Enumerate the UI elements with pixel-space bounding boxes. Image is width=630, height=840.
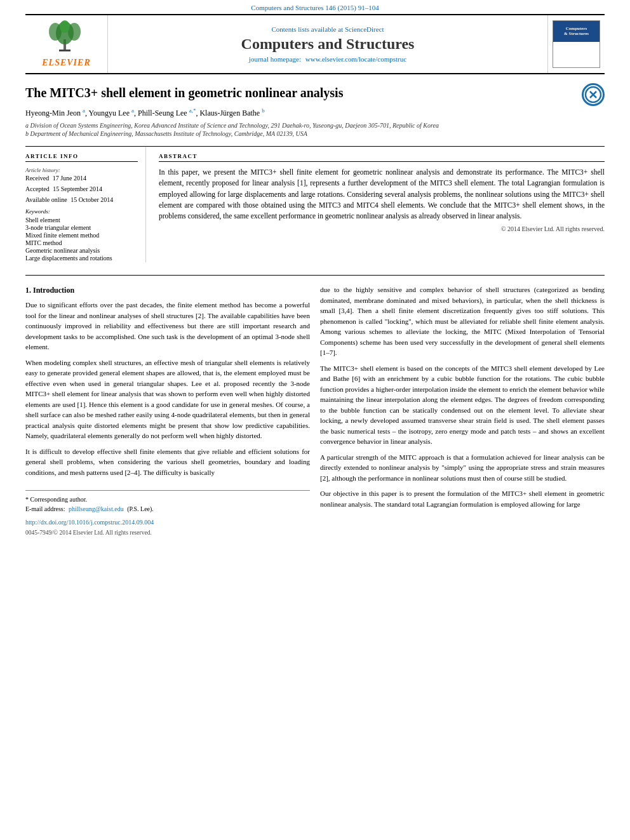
email-label: E-mail address:	[25, 505, 65, 512]
sup-a1: a	[83, 107, 85, 114]
section1r-para3: A particular strength of the MITC approa…	[320, 452, 605, 484]
copyright-line: © 2014 Elsevier Ltd. All rights reserved…	[159, 225, 605, 232]
section1-para3: It is difficult to develop effective she…	[25, 446, 310, 478]
svg-rect-5	[59, 50, 70, 51]
email-line: E-mail address: phillseung@kaist.edu (P.…	[25, 504, 310, 514]
author-bathe: Klaus-Jürgen Bathe	[199, 109, 260, 117]
svg-point-3	[68, 23, 81, 41]
keyword-1: Shell element	[25, 217, 138, 223]
sciencedirect-link[interactable]: ScienceDirect	[345, 25, 384, 33]
homepage-url[interactable]: www.elsevier.com/locate/compstruc	[305, 55, 406, 63]
author-lee-y: Youngyu Lee	[89, 109, 130, 117]
paper-body: The MITC3+ shell element in geometric no…	[25, 74, 605, 537]
body-left-column: 1. Introduction Due to significant effor…	[25, 284, 310, 537]
available-label: Available online	[25, 196, 67, 203]
elsevier-brand-text: ELSEVIER	[42, 58, 90, 68]
received-label: Received	[25, 175, 49, 182]
article-info-column: ARTICLE INFO Article history: Received 1…	[25, 147, 146, 262]
section1-para1: Due to significant efforts over the past…	[25, 300, 310, 352]
body-right-column: due to the highly sensitive and complex …	[320, 284, 605, 537]
issn-line: 0045-7949/© 2014 Elsevier Ltd. All right…	[25, 528, 310, 537]
abstract-column: ABSTRACT In this paper, we present the M…	[159, 147, 605, 262]
journal-thumbnail: Computers & Structures	[547, 15, 605, 73]
keywords-section: Keywords: Shell element 3-node triangula…	[25, 208, 138, 262]
homepage-label: journal homepage:	[249, 55, 301, 63]
abstract-text: In this paper, we present the MITC3+ she…	[159, 167, 605, 222]
journal-title: Computers and Structures	[241, 36, 415, 53]
elsevier-bird-icon	[41, 20, 92, 55]
affiliation-a: a Division of Ocean Systems Engineering,…	[25, 122, 605, 129]
affiliation-b: b Department of Mechanical Engineering, …	[25, 130, 605, 137]
elsevier-logo: ELSEVIER	[25, 15, 108, 73]
email-suffix: (P.S. Lee).	[127, 505, 154, 512]
main-body-section: 1. Introduction Due to significant effor…	[25, 275, 605, 537]
article-info-abstract-section: ARTICLE INFO Article history: Received 1…	[25, 146, 605, 262]
section1-para2: When modeling complex shell structures, …	[25, 357, 310, 441]
thumb-title-line2: & Structures	[564, 31, 589, 36]
doi-link[interactable]: http://dx.doi.org/10.1016/j.compstruc.20…	[25, 519, 154, 526]
crossmark-badge[interactable]	[582, 83, 605, 106]
received-date: 17 June 2014	[53, 175, 86, 182]
accepted-date: 15 September 2014	[53, 185, 102, 192]
thumb-image: Computers & Structures	[553, 20, 600, 68]
keywords-label: Keywords:	[25, 208, 138, 215]
history-label: Article history:	[25, 167, 138, 173]
keyword-6: Large displacements and rotations	[25, 255, 138, 262]
journal-homepage-line: journal homepage: www.elsevier.com/locat…	[249, 55, 406, 63]
sup-a3: a,*	[189, 107, 196, 114]
section1r-para4: Our objective in this paper is to presen…	[320, 488, 605, 509]
author-lee-ps: Phill-Seung Lee	[138, 109, 187, 117]
accepted-line: Accepted 15 September 2014	[25, 185, 138, 192]
keyword-5: Geometric nonlinear analysis	[25, 247, 138, 254]
crossmark-icon	[582, 83, 605, 106]
sup-a2: a	[131, 107, 134, 114]
keyword-3: Mixed finite element method	[25, 232, 138, 239]
keyword-2: 3-node triangular element	[25, 224, 138, 231]
sup-b1: b	[262, 107, 265, 114]
available-date: 15 October 2014	[70, 196, 113, 203]
authors-line: Hyeong-Min Jeon a, Youngyu Lee a, Phill-…	[25, 107, 605, 118]
paper-title: The MITC3+ shell element in geometric no…	[25, 84, 605, 101]
thumb-title-line1: Computers	[566, 26, 587, 31]
section1r-para1: due to the highly sensitive and complex …	[320, 284, 605, 358]
contents-line: Contents lists available at ScienceDirec…	[271, 25, 384, 33]
journal-header: ELSEVIER Contents lists available at Sci…	[25, 14, 605, 74]
author-jeon: Hyeong-Min Jeon	[25, 109, 81, 117]
corresponding-note: * Corresponding author.	[25, 495, 310, 504]
svg-point-2	[49, 23, 62, 41]
section1-heading: 1. Introduction	[25, 284, 310, 296]
journal-center-info: Contents lists available at ScienceDirec…	[108, 15, 547, 73]
email-link[interactable]: phillseung@kaist.edu	[69, 505, 124, 512]
footnote-section: * Corresponding author. E-mail address: …	[25, 490, 310, 537]
section1r-para2: The MITC3+ shell element is based on the…	[320, 363, 605, 447]
contents-label: Contents lists available at	[271, 25, 343, 33]
top-bar: Computers and Structures 146 (2015) 91–1…	[0, 0, 630, 14]
available-line: Available online 15 October 2014	[25, 196, 138, 203]
abstract-heading: ABSTRACT	[159, 153, 605, 162]
article-info-heading: ARTICLE INFO	[25, 153, 138, 162]
journal-reference: Computers and Structures 146 (2015) 91–1…	[251, 4, 379, 11]
keyword-4: MITC method	[25, 239, 138, 246]
svg-point-4	[60, 20, 70, 33]
accepted-label: Accepted	[25, 185, 50, 192]
received-line: Received 17 June 2014	[25, 175, 138, 182]
